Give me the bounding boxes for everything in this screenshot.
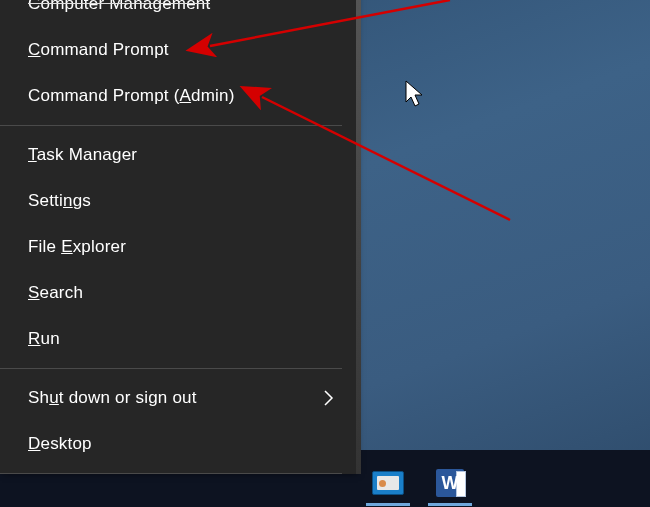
menu-label-mnemonic: A: [180, 86, 192, 105]
menu-label-mnemonic: u: [49, 388, 59, 407]
menu-item-run[interactable]: Run: [0, 316, 356, 362]
menu-separator: [0, 125, 342, 126]
menu-label-post: xplorer: [73, 237, 126, 256]
menu-label-post: ommand Prompt: [40, 40, 168, 59]
menu-label-mnemonic: R: [28, 329, 40, 348]
menu-separator: [0, 368, 342, 369]
menu-label-post: esktop: [40, 434, 91, 453]
menu-item-desktop[interactable]: Desktop: [0, 421, 356, 467]
menu-label-pre: Sh: [28, 388, 49, 407]
word-icon-glyph: W: [442, 473, 459, 494]
menu-label-pre: File: [28, 237, 61, 256]
winx-menu: Computer Management Command Prompt Comma…: [0, 0, 356, 474]
menu-label-post: ask Manager: [37, 145, 137, 164]
menu-item-search[interactable]: Search: [0, 270, 356, 316]
menu-item-settings[interactable]: Settings: [0, 178, 356, 224]
menu-label-mnemonic: S: [28, 283, 40, 302]
menu-label-post: dmin): [191, 86, 235, 105]
menu-label-mnemonic: E: [61, 237, 73, 256]
menu-item-file-explorer[interactable]: File Explorer: [0, 224, 356, 270]
menu-label-mnemonic: C: [28, 40, 40, 59]
menu-item-computer-management[interactable]: Computer Management: [0, 0, 356, 27]
menu-label-pre: Setti: [28, 191, 63, 210]
menu-separator: [0, 473, 342, 474]
menu-label-pre: Command Prompt (: [28, 86, 180, 105]
menu-item-command-prompt[interactable]: Command Prompt: [0, 27, 356, 73]
menu-label-post: gs: [73, 191, 91, 210]
chevron-right-icon: [323, 389, 334, 407]
menu-label-post: t down or sign out: [59, 388, 197, 407]
menu-label-mnemonic: n: [63, 191, 73, 210]
menu-label-post: un: [40, 329, 59, 348]
taskbar-app-word[interactable]: W: [430, 463, 470, 503]
menu-item-command-prompt-admin[interactable]: Command Prompt (Admin): [0, 73, 356, 119]
menu-label: Computer Management: [28, 0, 210, 13]
menu-item-task-manager[interactable]: Task Manager: [0, 132, 356, 178]
menu-label-mnemonic: T: [28, 145, 37, 164]
menu-item-shutdown-signout[interactable]: Shut down or sign out: [0, 375, 356, 421]
taskbar-app-idphoto[interactable]: [368, 463, 408, 503]
menu-label-post: earch: [40, 283, 84, 302]
menu-label-mnemonic: D: [28, 434, 40, 453]
